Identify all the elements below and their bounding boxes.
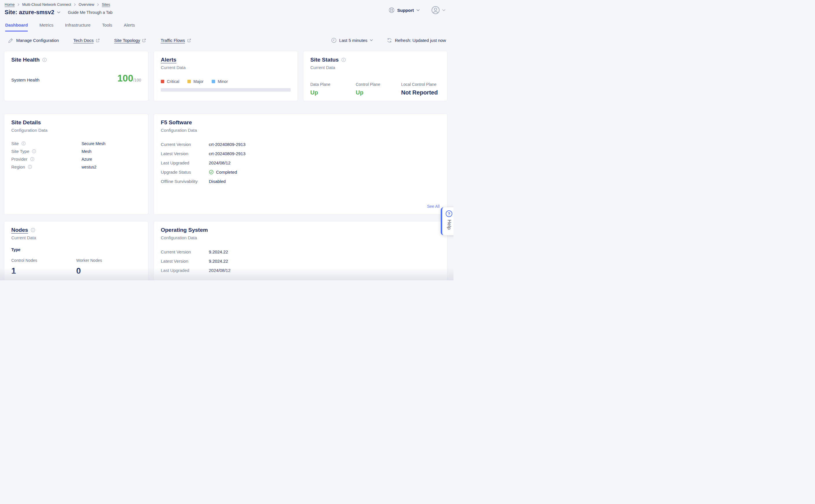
site-status-title: Site Status (310, 57, 339, 63)
breadcrumb-mcn-connect[interactable]: Multi-Cloud Network Connect (22, 2, 71, 7)
manage-configuration-button[interactable]: Manage Configuration (8, 38, 59, 43)
site-value: Secure Mesh (81, 141, 141, 146)
major-label: Major (193, 79, 203, 84)
time-range-label: Last 5 minutes (339, 38, 368, 43)
info-icon[interactable] (30, 157, 34, 161)
last-upgraded-label: Last Upgraded (161, 160, 209, 165)
help-tab[interactable]: ? Help (441, 207, 453, 235)
info-icon[interactable] (32, 149, 36, 153)
score-value: 100 (117, 73, 133, 84)
site-details-subtitle: Configuration Data (11, 128, 141, 133)
question-mark-icon: ? (446, 210, 452, 217)
dashboard-toolbar: Manage Configuration Tech Docs Site Topo… (0, 38, 453, 43)
external-link-icon (96, 38, 100, 42)
info-icon[interactable] (341, 58, 346, 62)
control-plane-status: Control Plane Up (356, 82, 401, 96)
tab-alerts[interactable]: Alerts (124, 23, 135, 31)
f5-software-title: F5 Software (161, 119, 192, 126)
control-nodes-label: Control Nodes (11, 258, 76, 263)
site-details-card: Site Details Configuration Data Site Sec… (4, 114, 148, 215)
breadcrumb-home[interactable]: Home (5, 2, 15, 7)
see-all-link[interactable]: See All (427, 204, 440, 209)
latest-version-value: crt-20240809-2913 (209, 151, 440, 156)
chevron-down-icon (370, 39, 373, 41)
clock-icon (331, 38, 337, 43)
info-icon[interactable] (21, 141, 26, 146)
info-icon[interactable] (31, 228, 35, 232)
site-topology-label: Site Topology (114, 38, 140, 43)
dashboard-cards: Site Health System Health 100/100 Alerts… (0, 51, 453, 280)
worker-nodes-label: Worker Nodes (76, 258, 141, 263)
major-swatch (187, 80, 191, 83)
minor-swatch (212, 80, 215, 83)
site-type-value: Mesh (81, 149, 141, 154)
tab-tools[interactable]: Tools (102, 23, 112, 31)
tab-infrastructure[interactable]: Infrastructure (65, 23, 90, 31)
tab-metrics[interactable]: Metrics (39, 23, 53, 31)
nodes-card: Nodes Current Data Type Control Nodes 1 … (4, 221, 148, 280)
chevron-right-icon (17, 3, 20, 6)
breadcrumb-overview[interactable]: Overview (79, 2, 94, 7)
last-upgraded-value: 2024/08/12 (209, 160, 440, 165)
f5-row-latest-version: Latest Version crt-20240809-2913 (161, 149, 440, 158)
help-label: Help (447, 220, 452, 230)
detail-row-region: Region westus2 (11, 163, 141, 171)
refresh-icon (387, 38, 392, 43)
minor-label: Minor (218, 79, 228, 84)
os-current-version-label: Current Version (161, 249, 209, 254)
os-row-last-upgraded: Last Upgraded 2024/08/12 (161, 266, 440, 275)
tech-docs-label: Tech Docs (73, 38, 94, 43)
region-label: Region (11, 164, 25, 169)
detail-row-site-type: Site Type Mesh (11, 147, 141, 155)
data-plane-value: Up (310, 89, 356, 96)
info-icon[interactable] (42, 58, 47, 62)
f5-row-upgrade-status: Upgrade Status Completed (161, 167, 440, 177)
detail-row-provider: Provider Azure (11, 155, 141, 163)
system-health-score: 100/100 (117, 73, 141, 84)
os-last-upgraded-label: Last Upgraded (161, 268, 209, 273)
f5-software-subtitle: Configuration Data (161, 128, 440, 133)
refresh-button[interactable]: Refresh: Updated just now (387, 38, 446, 43)
data-plane-status: Data Plane Up (310, 82, 356, 96)
time-range-selector[interactable]: Last 5 minutes (331, 38, 373, 43)
site-details-title: Site Details (11, 119, 41, 126)
local-control-plane-value: Not Reported (401, 89, 438, 96)
tech-docs-link[interactable]: Tech Docs (73, 38, 100, 43)
current-version-label: Current Version (161, 142, 209, 147)
support-label: Support (397, 8, 414, 13)
refresh-label: Refresh: Updated just now (395, 38, 446, 43)
worker-nodes-value: 0 (76, 266, 141, 276)
os-latest-version-value: 9.2024.22 (209, 259, 440, 264)
system-health-label: System Health (11, 77, 40, 82)
chevron-right-icon (97, 3, 99, 6)
support-menu[interactable]: Support (388, 7, 420, 13)
alerts-distribution-bar (161, 88, 291, 92)
detail-row-site: Site Secure Mesh (11, 140, 141, 147)
site-title-row: Site: azure-smsv2 Guide Me Through a Tab (5, 9, 112, 16)
control-nodes-stat: Control Nodes 1 (11, 258, 76, 276)
traffic-flows-link[interactable]: Traffic Flows (160, 38, 191, 43)
tab-bar: Dashboard Metrics Infrastructure Tools A… (0, 23, 453, 31)
f5-row-offline-survivability: Offline Survivability Disabled (161, 177, 440, 186)
tab-dashboard[interactable]: Dashboard (5, 23, 28, 31)
legend-item-major: Major (187, 79, 203, 84)
provider-value: Azure (81, 157, 141, 162)
site-topology-link[interactable]: Site Topology (114, 38, 146, 43)
chevron-down-icon (442, 9, 445, 11)
latest-version-label: Latest Version (161, 151, 209, 156)
account-menu[interactable] (431, 6, 445, 14)
score-max: /100 (133, 78, 141, 82)
nodes-title-link[interactable]: Nodes (11, 227, 28, 233)
site-dashboard-page: Home Multi-Cloud Network Connect Overvie… (0, 0, 453, 280)
nodes-subtitle: Current Data (11, 235, 141, 240)
alerts-title-link[interactable]: Alerts (161, 57, 176, 63)
upgrade-status-label: Upgrade Status (161, 170, 209, 175)
info-icon[interactable] (28, 165, 32, 169)
breadcrumb-sites[interactable]: Sites (102, 2, 110, 7)
guide-me-link[interactable]: Guide Me Through a Tab (68, 10, 112, 15)
operating-system-card: Operating System Configuration Data Curr… (153, 221, 447, 280)
external-link-icon (142, 38, 146, 42)
control-nodes-value: 1 (11, 266, 76, 276)
pencil-icon (8, 38, 13, 43)
site-selector-chevron-icon[interactable] (57, 11, 60, 14)
